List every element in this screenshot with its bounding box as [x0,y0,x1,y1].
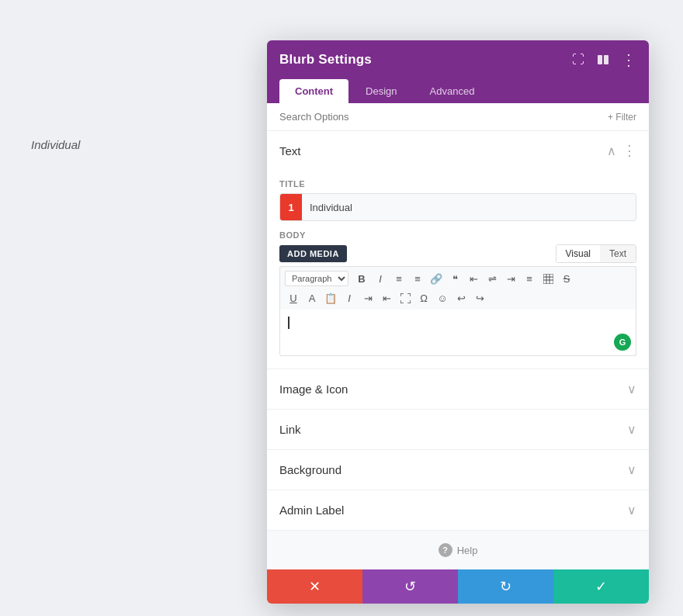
background-section-title: Background [279,463,342,476]
redo-toolbar-button[interactable]: ↪ [471,289,488,306]
text-color-button[interactable]: A [303,289,321,306]
text-section-body: Title 1 Body ADD MEDIA Visual Text [267,179,649,369]
emoji-button[interactable]: ☺ [434,289,451,306]
visual-text-toggle: Visual Text [556,244,636,263]
tab-design[interactable]: Design [350,79,412,103]
tab-advanced[interactable]: Advanced [414,79,491,103]
image-icon-collapse-icon[interactable]: ∨ [627,382,636,396]
title-input[interactable] [302,196,636,219]
background-individual-label: Individual [31,138,80,151]
blockquote-button[interactable]: ❝ [446,270,463,287]
align-right-button[interactable]: ⇥ [502,270,519,287]
title-field: 1 [279,193,636,221]
image-icon-section-header[interactable]: Image & Icon ∨ [267,369,649,409]
paragraph-select[interactable]: Paragraph [285,271,348,286]
maximize-icon[interactable]: ⛶ [570,51,587,68]
help-row: ? Help [267,531,649,569]
filter-label: + Filter [608,112,636,123]
text-section-title: Text [279,144,301,157]
admin-label-section-header[interactable]: Admin Label ∨ [267,490,649,530]
justify-button[interactable]: ≡ [521,270,538,287]
table-button[interactable] [539,270,556,287]
toolbar-row-1: Paragraph B I ≡ ≡ 🔗 ❝ ⇤ ⇌ ⇥ ≡ [285,270,631,287]
link-button[interactable]: 🔗 [428,270,445,287]
add-media-button[interactable]: ADD MEDIA [279,245,347,262]
editor-cursor [288,317,289,329]
admin-label-collapse-icon[interactable]: ∨ [627,503,636,517]
search-input[interactable] [279,111,608,123]
svg-rect-2 [543,274,553,284]
paste-button[interactable]: 📋 [322,289,339,306]
visual-button[interactable]: Visual [556,245,600,262]
link-section: Link ∨ [267,410,649,450]
search-bar: + Filter [267,103,649,131]
filter-button[interactable]: + Filter [608,112,636,123]
special-char-button[interactable]: Ω [415,289,432,306]
svg-rect-0 [598,55,602,64]
ordered-list-button[interactable]: ≡ [409,270,426,287]
more-options-icon[interactable]: ⋮ [619,51,636,68]
help-icon: ? [439,543,452,557]
redo-button[interactable]: ↻ [458,569,553,604]
background-collapse-icon[interactable]: ∨ [627,462,636,477]
title-badge: 1 [280,194,302,220]
image-icon-section: Image & Icon ∨ [267,369,649,410]
admin-label-section-title: Admin Label [279,504,344,517]
unordered-list-button[interactable]: ≡ [390,270,407,287]
save-button[interactable]: ✓ [553,569,649,604]
help-label: Help [457,545,478,556]
panel-title: Blurb Settings [279,52,372,67]
text-section-actions: ∧ ⋮ [607,142,636,159]
help-link[interactable]: ? Help [439,543,478,557]
body-toolbar-row1: ADD MEDIA Visual Text [279,244,636,263]
text-section-collapse-icon[interactable]: ∧ [607,144,616,158]
svg-rect-1 [604,55,608,64]
strikethrough-button[interactable]: S [558,270,575,287]
grammarly-badge: G [614,334,631,351]
title-field-label: Title [279,179,636,189]
link-section-header[interactable]: Link ∨ [267,410,649,449]
underline-button[interactable]: U [285,289,302,306]
admin-label-section: Admin Label ∨ [267,490,649,531]
cancel-button[interactable]: ✕ [267,569,362,604]
text-section-more-icon[interactable]: ⋮ [622,142,636,159]
undo-toolbar-button[interactable]: ↩ [452,289,470,306]
body-field-label: Body [279,230,636,240]
panel-header: Blurb Settings ⛶ ⋮ [267,40,649,79]
panel-footer: ✕ ↺ ↻ ✓ [267,569,649,604]
image-icon-section-title: Image & Icon [279,382,348,396]
editor-area[interactable]: G [279,310,636,356]
link-collapse-icon[interactable]: ∨ [627,422,636,437]
bold-button[interactable]: B [353,270,370,287]
panel-content: Text ∧ ⋮ Title 1 Body ADD MEDIA V [267,131,649,569]
tabs-bar: Content Design Advanced [267,79,649,103]
toolbar-row-2: U A 📋 I ⇥ ⇤ [285,289,631,306]
columns-icon[interactable] [595,51,612,68]
tab-content[interactable]: Content [279,79,348,103]
link-section-title: Link [279,423,301,436]
background-section-header[interactable]: Background ∨ [267,450,649,490]
italic2-button[interactable]: I [341,289,358,306]
editor-toolbar: Paragraph B I ≡ ≡ 🔗 ❝ ⇤ ⇌ ⇥ ≡ [279,266,636,310]
background-section: Background ∨ [267,450,649,490]
blurb-settings-panel: Blurb Settings ⛶ ⋮ Content Design Advanc… [267,40,649,604]
align-center-button[interactable]: ⇌ [484,270,501,287]
text-section-header[interactable]: Text ∧ ⋮ [267,131,649,170]
undo-button[interactable]: ↺ [362,569,458,604]
outdent-button[interactable]: ⇤ [378,289,395,306]
italic-button[interactable]: I [372,270,389,287]
align-left-button[interactable]: ⇤ [465,270,482,287]
text-section: Text ∧ ⋮ Title 1 Body ADD MEDIA V [267,131,649,369]
panel-header-icons: ⛶ ⋮ [570,51,636,68]
text-button[interactable]: Text [600,245,636,262]
fullscreen-button[interactable] [397,289,414,306]
indent-button[interactable]: ⇥ [359,289,376,306]
